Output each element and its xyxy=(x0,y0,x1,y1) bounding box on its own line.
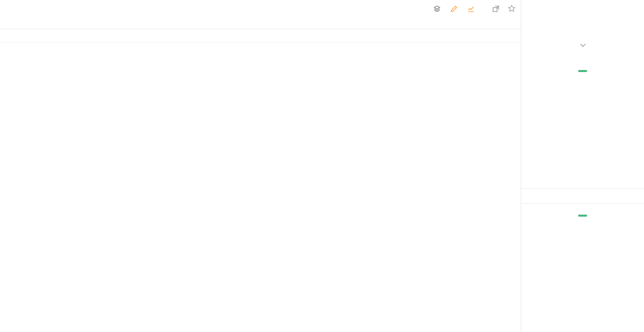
side-panel xyxy=(521,0,644,332)
collapse-chevron[interactable] xyxy=(521,41,644,49)
timeframe-toolbar xyxy=(0,2,521,15)
chart-line-icon xyxy=(467,5,475,13)
indicator-button[interactable] xyxy=(467,5,477,13)
seven-day-flow-chart xyxy=(526,233,643,324)
main-chart-canvas[interactable] xyxy=(0,0,523,332)
seven-day-net-inflow xyxy=(521,211,644,218)
overlay-button[interactable] xyxy=(433,5,443,13)
popout-icon[interactable] xyxy=(492,5,500,13)
chevron-down-icon xyxy=(580,43,586,47)
divider xyxy=(521,188,644,189)
indicators-toolbar xyxy=(0,30,521,43)
divider xyxy=(521,204,644,204)
layers-icon xyxy=(433,5,441,13)
draw-button[interactable] xyxy=(450,5,460,13)
star-icon[interactable] xyxy=(508,5,516,13)
drawing-toolbar xyxy=(0,15,521,29)
today-net-inflow-badge xyxy=(578,70,587,72)
today-net-inflow xyxy=(521,66,644,74)
seven-day-badge xyxy=(578,215,587,217)
pencil-icon xyxy=(450,5,458,13)
fund-flow-table xyxy=(521,86,644,181)
